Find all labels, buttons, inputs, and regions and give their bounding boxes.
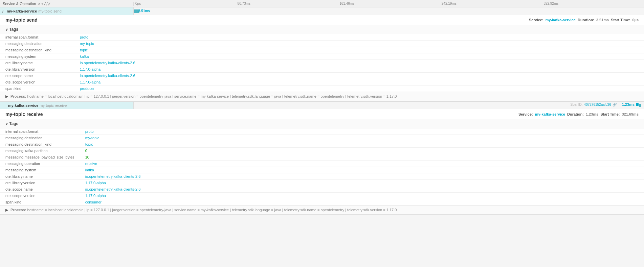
header-service-label: Service & Operation	[3, 2, 36, 6]
span-toggle-1[interactable]: ∨	[1, 9, 7, 13]
tag-value[interactable]: io.opentelemetry.kafka-clients-2.6	[80, 173, 644, 180]
tag-row: messaging.message_payload_size_bytes10	[0, 154, 644, 161]
tag-row: messaging.systemkafka	[0, 167, 644, 173]
tag-value[interactable]: consumer	[80, 199, 644, 205]
span-timeline-2: SpanID: 407276152aafc36 🔗 1.23ms	[134, 102, 644, 109]
header-timeline: 0µs 80.73ms 161.46ms 242.19ms 322.92ms	[134, 0, 644, 7]
span-service-name-1: my-kafka-service	[7, 9, 37, 13]
duration-value-2: 1.23ms	[586, 112, 598, 116]
bar-color-block-2	[636, 103, 639, 106]
tag-value[interactable]: topic	[74, 47, 644, 53]
sort-asc2-icon[interactable]: ⋀	[44, 2, 47, 5]
process-row-1[interactable]: ▶ Process: hostname = localhost.localdom…	[0, 92, 644, 101]
span-row-2[interactable]: my-kafka-service my-topic receive SpanID…	[0, 101, 644, 109]
tag-key: internal.span.format	[0, 34, 74, 41]
tag-row: internal.span.formatproto	[0, 34, 644, 41]
span-left-2[interactable]: my-kafka-service my-topic receive	[0, 102, 134, 109]
tag-key: otel.scope.version	[0, 79, 74, 86]
tags-label-2: Tags	[9, 121, 18, 126]
tag-value[interactable]: 1.17.0-alpha	[74, 66, 644, 73]
tag-value[interactable]: kafka	[74, 53, 644, 60]
tag-value[interactable]: 10	[80, 154, 644, 161]
link-icon-1[interactable]: 🔗	[613, 103, 617, 106]
service-value-2: my-kafka-service	[535, 112, 565, 116]
detail-header-1: my-topic send Service: my-kafka-service …	[0, 15, 644, 25]
start-time-label-2: Start Time:	[600, 112, 620, 116]
tag-row: otel.library.version1.17.0-alpha	[0, 180, 644, 186]
tag-row: messaging.kafka.partition0	[0, 148, 644, 154]
tag-row: otel.scope.version1.17.0-alpha	[0, 193, 644, 199]
main-content: ∨ my-kafka-service my-topic send 3.51ms …	[0, 7, 644, 267]
service-value-1: my-kafka-service	[546, 18, 576, 22]
span-service-name-2: my-kafka-service	[8, 103, 38, 107]
tag-value[interactable]: receive	[80, 161, 644, 167]
tag-key: messaging.destination_kind	[0, 141, 80, 148]
start-time-label-1: Start Time:	[611, 18, 630, 22]
tag-key: span.kind	[0, 86, 74, 92]
tag-value[interactable]: 1.17.0-alpha	[74, 79, 644, 86]
tags-table-2: internal.span.formatprotomessaging.desti…	[0, 128, 644, 205]
tag-row: otel.scope.nameio.opentelemetry.kafka-cl…	[0, 186, 644, 193]
tag-key: messaging.system	[0, 167, 80, 173]
tag-value[interactable]: io.opentelemetry.kafka-clients-2.6	[74, 73, 644, 79]
process-toggle-2: ▶	[5, 208, 8, 212]
start-time-value-1: 0µs	[632, 18, 639, 22]
tag-row: span.kindproducer	[0, 86, 644, 92]
service-label-1: Service:	[529, 18, 543, 22]
duration-label-meta-2: Duration:	[567, 112, 584, 116]
tag-value[interactable]: my-topic	[74, 41, 644, 47]
tick-0: 0µs	[134, 0, 236, 7]
tag-key: messaging.kafka.partition	[0, 148, 80, 154]
tag-key: messaging.destination	[0, 135, 80, 141]
tag-value[interactable]: topic	[80, 141, 644, 148]
tag-key: otel.library.name	[0, 173, 80, 180]
tag-value[interactable]: proto	[80, 128, 644, 135]
tags-toggle-icon-2: ∨	[5, 122, 8, 126]
process-value-1: hostname = localhost.localdomain | ip = …	[27, 94, 397, 98]
tags-toggle-1[interactable]: ∨ Tags	[0, 25, 644, 34]
tags-section-1: ∨ Tags internal.span.formatprotomessagin…	[0, 25, 644, 101]
span-row-1[interactable]: ∨ my-kafka-service my-topic send 3.51ms	[0, 7, 644, 15]
tag-key: otel.library.name	[0, 60, 74, 66]
detail-meta-2: Service: my-kafka-service Duration: 1.23…	[518, 112, 639, 116]
tag-key: messaging.message_payload_size_bytes	[0, 154, 80, 161]
tag-row: span.kindconsumer	[0, 199, 644, 205]
tag-value[interactable]: io.opentelemetry.kafka-clients-2.6	[74, 60, 644, 66]
tag-key: otel.scope.name	[0, 186, 80, 193]
header-service-col: Service & Operation ∧ ∨ ⋀ ⋁	[0, 2, 134, 6]
tag-value[interactable]: 1.17.0-alpha	[80, 193, 644, 199]
tags-toggle-2[interactable]: ∨ Tags	[0, 119, 644, 128]
tag-value[interactable]: kafka	[80, 167, 644, 173]
sort-desc-icon[interactable]: ∨	[41, 2, 43, 5]
span-op-name-2: my-topic receive	[40, 103, 67, 107]
tag-value[interactable]: 1.17.0-alpha	[80, 180, 644, 186]
detail-section-1: my-topic send Service: my-kafka-service …	[0, 15, 644, 101]
tags-section-2: ∨ Tags internal.span.formatprotomessagin…	[0, 119, 644, 214]
tag-value[interactable]: producer	[74, 86, 644, 92]
tag-row: otel.scope.version1.17.0-alpha	[0, 79, 644, 86]
span-left-1[interactable]: ∨ my-kafka-service my-topic send	[0, 7, 134, 15]
spanid-row-2: SpanID: 407276152aafc36 🔗 1.23ms	[570, 102, 641, 106]
sort-asc-icon[interactable]: ∧	[38, 2, 40, 5]
sort-desc2-icon[interactable]: ⋁	[47, 2, 50, 5]
tag-value[interactable]: my-topic	[80, 135, 644, 141]
detail-header-2: my-topic receive Service: my-kafka-servi…	[0, 109, 644, 119]
tag-value[interactable]: proto	[74, 34, 644, 41]
tag-value[interactable]: io.opentelemetry.kafka-clients-2.6	[80, 186, 644, 193]
spanid-value-1: 407276152aafc36	[584, 103, 611, 106]
tag-row: otel.library.version1.17.0-alpha	[0, 66, 644, 73]
duration-value-1: 3.51ms	[596, 18, 609, 22]
detail-title-1: my-topic send	[5, 17, 529, 23]
tag-row: messaging.destinationmy-topic	[0, 41, 644, 47]
tag-value[interactable]: 0	[80, 148, 644, 154]
tag-key: messaging.operation	[0, 161, 80, 167]
tick-2: 161.46ms	[338, 0, 440, 7]
tag-key: otel.scope.name	[0, 73, 74, 79]
process-label-2: Process:	[10, 208, 26, 212]
tick-4: 322.92ms	[542, 0, 644, 7]
duration-label-1: 3.51ms	[138, 9, 150, 13]
duration-bar-label-2: 1.23ms	[622, 102, 635, 106]
tag-key: otel.library.version	[0, 66, 74, 73]
process-row-2[interactable]: ▶ Process: hostname = localhost.localdom…	[0, 205, 644, 214]
sort-icons[interactable]: ∧ ∨ ⋀ ⋁	[38, 2, 50, 5]
